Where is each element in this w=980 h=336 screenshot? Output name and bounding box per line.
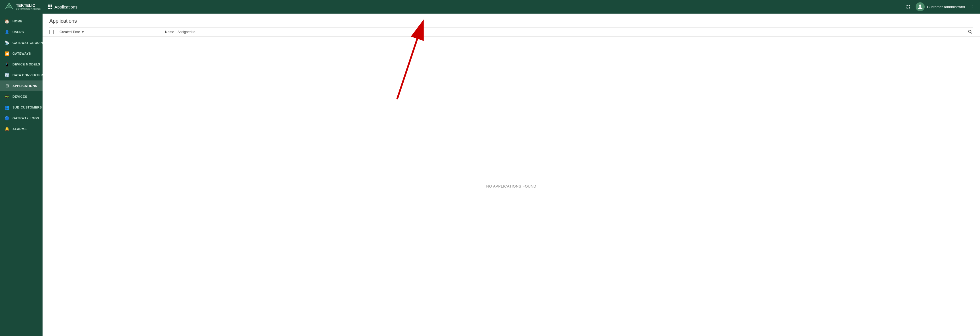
- fullscreen-button[interactable]: [905, 4, 911, 10]
- gateway-logs-icon: 🔵: [5, 116, 10, 121]
- no-data-message: NO APPLICATIONS FOUND: [486, 184, 536, 189]
- applications-icon: ⊞: [5, 83, 10, 89]
- column-header-assigned-to: Assigned to: [178, 30, 234, 34]
- page-title: Applications: [49, 18, 973, 24]
- topnav-title: Applications: [48, 5, 78, 10]
- sidebar-item-sub-customers[interactable]: 👥 SUB-CUSTOMERS: [0, 102, 43, 113]
- topnav-left: TEKTELIC COMMUNICATIONS Applications: [5, 2, 78, 11]
- sidebar-item-home[interactable]: 🏠 HOME: [0, 16, 43, 27]
- devices-icon: 📟: [5, 94, 10, 99]
- logo-sub: COMMUNICATIONS: [16, 8, 41, 10]
- gateway-groups-icon: 📡: [5, 40, 10, 45]
- search-button[interactable]: [967, 29, 973, 35]
- sidebar-item-label-home: HOME: [13, 19, 22, 23]
- sidebar: 🏠 HOME 👤 USERS 📡 GATEWAY GROUPS 📶 GATEWA…: [0, 14, 43, 336]
- sidebar-item-label-devices: DEVICES: [13, 95, 27, 98]
- table-actions: [958, 29, 973, 35]
- logo-area: TEKTELIC COMMUNICATIONS: [5, 2, 44, 11]
- sidebar-item-gateway-logs[interactable]: 🔵 GATEWAY LOGS: [0, 113, 43, 124]
- data-converters-icon: 🔄: [5, 73, 10, 78]
- add-icon: [958, 29, 964, 35]
- column-header-name: Name: [165, 30, 174, 34]
- main-layout: 🏠 HOME 👤 USERS 📡 GATEWAY GROUPS 📶 GATEWA…: [0, 14, 980, 336]
- select-all-checkbox[interactable]: [49, 30, 54, 34]
- search-icon: [967, 29, 973, 35]
- top-navigation: TEKTELIC COMMUNICATIONS Applications: [0, 0, 980, 14]
- fullscreen-icon: [905, 4, 911, 10]
- sidebar-item-label-sub-customers: SUB-CUSTOMERS: [13, 106, 42, 109]
- topnav-title-label: Applications: [54, 5, 78, 10]
- sidebar-item-label-gateways: GATEWAYS: [13, 52, 31, 55]
- users-icon: 👤: [5, 30, 10, 35]
- alarms-icon: 🔔: [5, 126, 10, 132]
- sidebar-item-gateways[interactable]: 📶 GATEWAYS: [0, 48, 43, 59]
- sub-customers-icon: 👥: [5, 105, 10, 110]
- logo-brand: TEKTELIC: [16, 3, 41, 8]
- content-body: NO APPLICATIONS FOUND: [43, 36, 980, 336]
- created-time-label: Created Time: [60, 30, 80, 34]
- sidebar-item-label-alarms: ALARMS: [13, 127, 27, 131]
- sidebar-item-users[interactable]: 👤 USERS: [0, 27, 43, 37]
- sidebar-item-gateway-groups[interactable]: 📡 GATEWAY GROUPS: [0, 37, 43, 48]
- tektelic-logo-icon: [5, 2, 14, 11]
- user-name-label: Customer administrator: [927, 5, 965, 9]
- name-label: Name: [165, 30, 174, 34]
- sidebar-item-applications[interactable]: ⊞ APPLICATIONS: [0, 81, 43, 91]
- sidebar-item-devices[interactable]: 📟 DEVICES: [0, 91, 43, 102]
- more-options-button[interactable]: ⋮: [970, 3, 975, 10]
- apps-grid-icon: [48, 5, 52, 9]
- assigned-to-label: Assigned to: [178, 30, 196, 34]
- sidebar-item-label-applications: APPLICATIONS: [13, 84, 37, 87]
- home-icon: 🏠: [5, 19, 10, 24]
- account-icon: [917, 4, 923, 10]
- gateways-icon: 📶: [5, 51, 10, 56]
- content-header: Applications Created Time ▼ Name Assign: [43, 14, 980, 36]
- column-header-created-time[interactable]: Created Time ▼: [60, 30, 105, 34]
- device-models-icon: 📱: [5, 62, 10, 67]
- topnav-right: Customer administrator ⋮: [905, 2, 975, 11]
- sort-desc-icon: ▼: [81, 30, 84, 34]
- sidebar-item-alarms[interactable]: 🔔 ALARMS: [0, 124, 43, 134]
- add-application-button[interactable]: [958, 29, 964, 35]
- user-menu[interactable]: Customer administrator: [916, 2, 965, 11]
- sidebar-item-label-gateway-logs: GATEWAY LOGS: [13, 116, 39, 120]
- sidebar-item-label-data-converters: DATA CONVERTERS: [13, 73, 43, 77]
- sidebar-item-device-models[interactable]: 📱 DEVICE MODELS: [0, 59, 43, 70]
- sidebar-item-label-device-models: DEVICE MODELS: [13, 63, 40, 66]
- content-area: Applications Created Time ▼ Name Assign: [43, 14, 980, 336]
- select-all-checkbox-col: [49, 30, 56, 34]
- sidebar-item-data-converters[interactable]: 🔄 DATA CONVERTERS: [0, 70, 43, 81]
- logo-text-block: TEKTELIC COMMUNICATIONS: [16, 3, 41, 10]
- sidebar-item-label-users: USERS: [13, 30, 24, 34]
- user-avatar: [916, 2, 925, 11]
- sidebar-item-label-gateway-groups: GATEWAY GROUPS: [13, 41, 43, 44]
